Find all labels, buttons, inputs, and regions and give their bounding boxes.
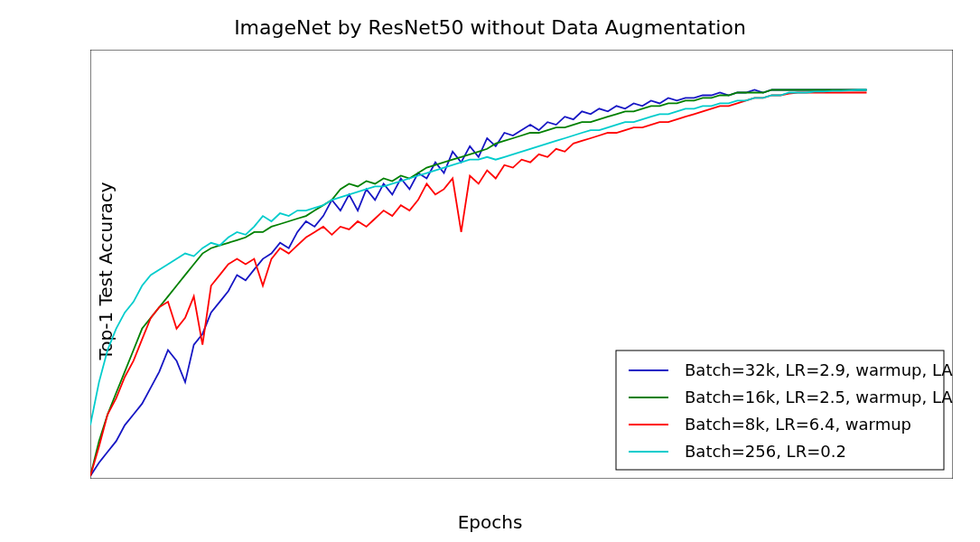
legend-label-1: Batch=16k, LR=2.5, warmup, LARS [685,388,953,406]
chart-title: ImageNet by ResNet50 without Data Augmen… [0,16,980,39]
x-axis-label: Epochs [0,511,980,533]
legend-label-2: Batch=8k, LR=6.4, warmup [685,415,911,434]
legend-label-0: Batch=32k, LR=2.9, warmup, LARS [685,360,953,379]
plot-area: 0204060801000.00.10.20.30.40.50.60.70.8B… [90,50,953,479]
legend-label-3: Batch=256, LR=0.2 [685,442,846,461]
plot-svg: 0204060801000.00.10.20.30.40.50.60.70.8B… [90,50,953,479]
figure: ImageNet by ResNet50 without Data Augmen… [0,0,980,542]
